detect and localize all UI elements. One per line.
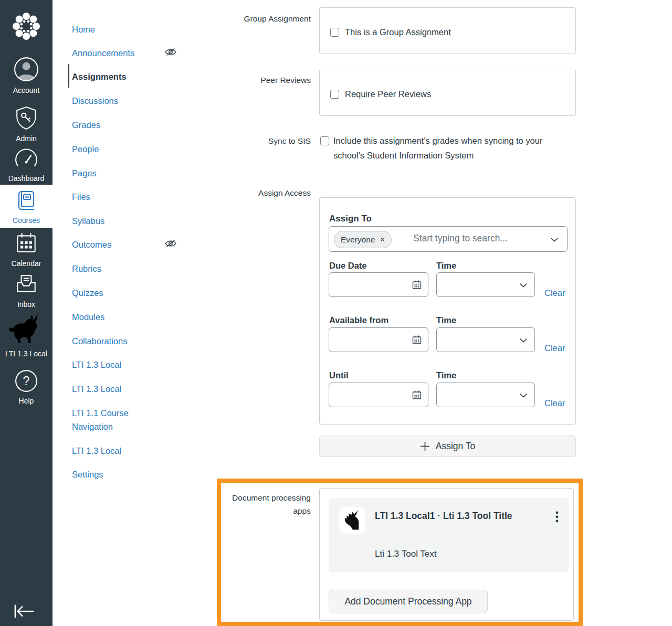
group-assignment-checkbox[interactable]: [330, 28, 339, 37]
available-from-time-select[interactable]: [436, 327, 535, 352]
nav-label: LTI 1.3 Local: [72, 446, 121, 455]
group-assignment-label: Group Assignment: [220, 12, 311, 25]
sidebar-item-lti-13-local[interactable]: LTI 1.3 Local: [0, 313, 52, 358]
document-processing-card: LTI 1.3 Local1 · Lti 1.3 Tool Title Lti …: [319, 488, 574, 621]
nav-label: Pages: [72, 168, 97, 178]
nav-label: Home: [72, 25, 95, 34]
chevron-down-icon: [519, 338, 528, 343]
assign-access-box: Assign To Everyone × Start typing to sea…: [319, 197, 576, 425]
course-nav-lti-13-local-3[interactable]: LTI 1.3 Local: [72, 444, 175, 458]
nav-label: Grades: [72, 120, 100, 130]
sidebar-item-inbox[interactable]: Inbox: [0, 272, 52, 309]
course-nav-people[interactable]: People: [72, 142, 175, 156]
course-nav-syllabus[interactable]: Syllabus: [72, 214, 175, 228]
course-nav-rubrics[interactable]: Rubrics: [72, 262, 175, 275]
lti-tool-tile: [339, 507, 365, 534]
global-nav-sidebar: Account Admin Dashboard Courses: [0, 0, 52, 626]
course-nav-outcomes[interactable]: Outcomes: [72, 238, 175, 251]
add-document-processing-app-button[interactable]: Add Document Processing App: [329, 590, 488, 613]
document-processing-highlight-box: Document processing apps LTI 1.3 Local1 …: [217, 479, 583, 626]
svg-text:?: ?: [23, 374, 30, 388]
peer-reviews-checkbox-row: Require Peer Reviews: [330, 89, 431, 99]
sidebar-item-label: Admin: [0, 134, 52, 143]
unicorn-icon: [9, 313, 44, 345]
nav-label: Files: [72, 192, 90, 201]
nav-label: Rubrics: [72, 264, 101, 273]
course-nav-quizzes[interactable]: Quizzes: [72, 286, 175, 300]
course-nav-modules[interactable]: Modules: [72, 310, 175, 324]
course-nav-lti-11-course-navigation[interactable]: LTI 1.1 Course Navigation: [72, 406, 146, 433]
until-clear-link[interactable]: Clear: [544, 398, 565, 408]
available-from-clear-link[interactable]: Clear: [544, 343, 565, 353]
assignee-tag-label: Everyone: [341, 235, 375, 245]
document-processing-label: Document processing apps: [221, 491, 311, 517]
lti-tool-panel: LTI 1.3 Local1 · Lti 1.3 Tool Title Lti …: [329, 498, 569, 572]
until-time-select[interactable]: [436, 383, 535, 407]
course-nav-lti-13-local-1[interactable]: LTI 1.3 Local: [72, 358, 175, 372]
course-nav-assignments[interactable]: Assignments: [72, 70, 175, 83]
course-nav-pages[interactable]: Pages: [72, 166, 175, 180]
available-from-input[interactable]: [329, 327, 428, 352]
collapse-sidebar-icon[interactable]: [14, 603, 36, 619]
course-nav-grades[interactable]: Grades: [72, 118, 175, 132]
available-from-label: Available from: [329, 315, 388, 325]
time-label: Time: [436, 370, 456, 380]
sidebar-item-label: Dashboard: [0, 174, 52, 183]
nav-label: Outcomes: [72, 240, 111, 249]
calendar-icon: [412, 280, 422, 290]
calendar-icon: [412, 390, 422, 400]
assign-to-search-placeholder: Start typing to search...: [413, 233, 508, 244]
hidden-eye-icon: [164, 47, 177, 57]
book-icon: [15, 189, 38, 212]
nav-label: People: [72, 144, 99, 154]
assign-to-combobox[interactable]: Everyone × Start typing to search...: [329, 226, 568, 252]
time-label: Time: [436, 261, 456, 271]
nav-label: LTI 1.1 Course Navigation: [72, 408, 129, 431]
lti-tool-description: Lti 1.3 Tool Text: [375, 549, 437, 559]
course-nav-announcements[interactable]: Announcements: [72, 46, 175, 60]
due-time-select[interactable]: [436, 272, 535, 297]
gauge-icon: [14, 148, 38, 170]
kebab-menu-icon[interactable]: [555, 511, 559, 523]
due-date-input[interactable]: [329, 272, 428, 297]
sync-to-sis-label: Sync to SIS: [220, 134, 311, 147]
peer-reviews-box: Require Peer Reviews: [319, 69, 576, 116]
due-date-label: Due Date: [329, 261, 367, 271]
sidebar-item-label: Help: [0, 397, 52, 405]
group-assignment-checkbox-label: This is a Group Assignment: [345, 27, 451, 37]
canvas-logo-icon: [12, 12, 41, 41]
add-assign-to-button[interactable]: Assign To: [319, 436, 576, 457]
sync-to-sis-checkbox[interactable]: [320, 136, 329, 145]
inbox-icon: [14, 272, 38, 296]
nav-label: Discussions: [72, 96, 118, 105]
until-label: Until: [329, 370, 349, 380]
calendar-icon: [412, 335, 422, 345]
course-nav-home[interactable]: Home: [72, 23, 175, 36]
until-input[interactable]: [329, 383, 428, 407]
sidebar-item-dashboard[interactable]: Dashboard: [0, 148, 52, 183]
peer-reviews-checkbox-label: Require Peer Reviews: [345, 89, 431, 99]
sidebar-item-courses[interactable]: Courses: [0, 185, 52, 228]
time-label: Time: [436, 315, 456, 325]
shield-key-icon: [15, 106, 38, 130]
course-nav-settings[interactable]: Settings: [72, 468, 175, 481]
group-assignment-box: This is a Group Assignment: [319, 7, 576, 54]
sidebar-item-calendar[interactable]: Calendar: [0, 231, 52, 268]
sidebar-item-help[interactable]: ? Help: [0, 369, 52, 405]
add-document-processing-app-label: Add Document Processing App: [344, 596, 471, 607]
assignee-tag-everyone[interactable]: Everyone ×: [334, 231, 392, 248]
sidebar-item-account[interactable]: Account: [0, 57, 52, 94]
peer-reviews-checkbox[interactable]: [330, 90, 339, 99]
course-nav-lti-13-local-2[interactable]: LTI 1.3 Local: [72, 382, 175, 396]
course-nav-files[interactable]: Files: [72, 190, 175, 204]
remove-tag-icon[interactable]: ×: [380, 235, 385, 244]
course-nav-collaborations[interactable]: Collaborations: [72, 334, 175, 348]
calendar-icon: [14, 231, 38, 255]
help-icon: ?: [15, 369, 38, 392]
sidebar-item-label: Calendar: [0, 259, 52, 268]
sidebar-item-admin[interactable]: Admin: [0, 106, 52, 143]
course-nav-discussions[interactable]: Discussions: [72, 94, 175, 108]
chevron-down-icon: [550, 237, 559, 242]
due-date-clear-link[interactable]: Clear: [544, 288, 565, 298]
nav-label: Modules: [72, 312, 104, 322]
